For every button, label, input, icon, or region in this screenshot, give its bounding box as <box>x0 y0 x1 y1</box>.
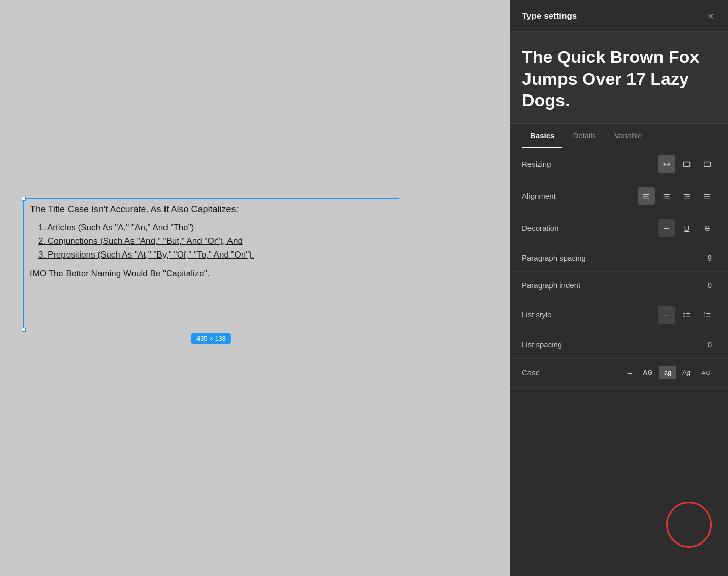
list-item: Prepositions (Such As "At," "By," "Of," … <box>38 248 392 262</box>
paragraph-spacing-row: Paragraph spacing 9 <box>510 244 728 272</box>
resize-fixed-button[interactable] <box>678 155 696 173</box>
tab-details[interactable]: Details <box>565 124 604 148</box>
resizing-label: Resizing <box>522 159 551 168</box>
preview-text: The Quick Brown Fox Jumps Over 17 Lazy D… <box>522 46 716 111</box>
list-spacing-value[interactable]: 0 <box>704 340 716 349</box>
list-style-row: List style – 1. 2. <box>510 299 728 331</box>
text-footer: IMO The Better Naming Would Be "Capitali… <box>30 267 392 280</box>
list-spacing-row: List spacing 0 <box>510 331 728 359</box>
text-title: The Title Case Isn't Accurate. As It Als… <box>30 203 392 216</box>
svg-rect-0 <box>684 162 690 166</box>
canvas-selection-box[interactable]: The Title Case Isn't Accurate. As It Als… <box>23 198 399 330</box>
align-left-icon <box>642 191 651 201</box>
list-item: Conjunctions (Such As "And," "But," And … <box>38 234 392 248</box>
list-ordered-icon: 1. 2. <box>703 310 712 319</box>
paragraph-spacing-value[interactable]: 9 <box>704 253 716 262</box>
case-options-group: – AG ag Ag AG <box>622 366 716 380</box>
decoration-row: Decoration – U S <box>510 212 728 244</box>
align-justify-button[interactable] <box>699 187 716 205</box>
handle-top-left[interactable] <box>22 197 26 201</box>
list-style-none-button[interactable]: – <box>658 306 675 324</box>
panel-preview: The Quick Brown Fox Jumps Over 17 Lazy D… <box>510 32 728 124</box>
type-settings-panel: Type settings × The Quick Brown Fox Jump… <box>510 0 728 576</box>
alignment-controls <box>638 187 716 205</box>
align-justify-icon <box>703 191 712 201</box>
align-left-button[interactable] <box>638 187 655 205</box>
resize-auto-width-button[interactable] <box>658 155 675 173</box>
decoration-controls: – U S <box>658 219 716 237</box>
alignment-label: Alignment <box>522 191 556 200</box>
underline-button[interactable]: U <box>678 219 696 237</box>
svg-text:2.: 2. <box>704 314 707 317</box>
panel-title: Type settings <box>522 11 577 21</box>
svg-point-19 <box>683 315 685 317</box>
list-spacing-controls: 0 <box>704 340 716 349</box>
paragraph-spacing-controls: 9 <box>704 253 716 262</box>
panel-tabs: Basics Details Variable <box>510 124 728 148</box>
list-item: Articles (Such As "A," "An," And "The") <box>38 220 392 234</box>
panel-header: Type settings × <box>510 0 728 32</box>
dimension-badge: 435 × 138 <box>191 333 231 344</box>
text-list: Articles (Such As "A," "An," And "The") … <box>38 220 392 262</box>
underline-icon: U <box>684 223 690 232</box>
case-none-button[interactable]: – <box>622 366 637 380</box>
handle-bottom-left[interactable] <box>22 328 26 332</box>
align-right-icon <box>682 191 691 201</box>
list-style-controls: – 1. 2. <box>658 306 716 324</box>
decoration-none-button[interactable]: – <box>658 219 675 237</box>
list-unordered-icon <box>682 310 691 319</box>
settings-content: Resizing <box>510 148 728 577</box>
resize-fixed-icon <box>682 159 691 169</box>
case-label: Case <box>522 368 540 377</box>
paragraph-spacing-label: Paragraph spacing <box>522 253 586 262</box>
strikethrough-icon: S <box>705 223 710 232</box>
case-smallcaps-button[interactable]: AG <box>697 367 716 379</box>
alignment-row: Alignment <box>510 180 728 212</box>
case-upper-button[interactable]: AG <box>638 366 658 379</box>
list-unordered-button[interactable] <box>678 306 696 324</box>
resize-auto-height-button[interactable] <box>699 155 716 173</box>
svg-rect-3 <box>704 162 711 166</box>
close-button[interactable]: × <box>706 10 716 22</box>
resize-auto-height-icon <box>703 159 712 169</box>
paragraph-indent-row: Paragraph indent 0 <box>510 272 728 299</box>
list-style-label: List style <box>522 310 551 319</box>
decoration-label: Decoration <box>522 223 559 232</box>
canvas-text-content: The Title Case Isn't Accurate. As It Als… <box>24 199 399 284</box>
case-lower-button[interactable]: ag <box>659 366 676 379</box>
strikethrough-button[interactable]: S <box>699 219 716 237</box>
tab-variable[interactable]: Variable <box>606 124 650 148</box>
resize-horizontal-icon <box>662 159 671 169</box>
list-ordered-button[interactable]: 1. 2. <box>699 306 716 324</box>
align-right-button[interactable] <box>678 187 696 205</box>
list-spacing-label: List spacing <box>522 340 562 349</box>
case-row: Case – AG ag Ag AG <box>510 359 728 388</box>
case-controls: – AG ag Ag AG <box>622 366 716 380</box>
paragraph-indent-label: Paragraph indent <box>522 281 580 290</box>
svg-point-17 <box>683 312 685 314</box>
resizing-controls <box>658 155 716 173</box>
paragraph-indent-value[interactable]: 0 <box>704 281 716 290</box>
paragraph-indent-controls: 0 <box>704 281 716 290</box>
align-center-icon <box>662 191 671 201</box>
align-center-button[interactable] <box>658 187 675 205</box>
tab-basics[interactable]: Basics <box>522 124 562 148</box>
case-title-button[interactable]: Ag <box>677 366 696 379</box>
resizing-row: Resizing <box>510 148 728 180</box>
